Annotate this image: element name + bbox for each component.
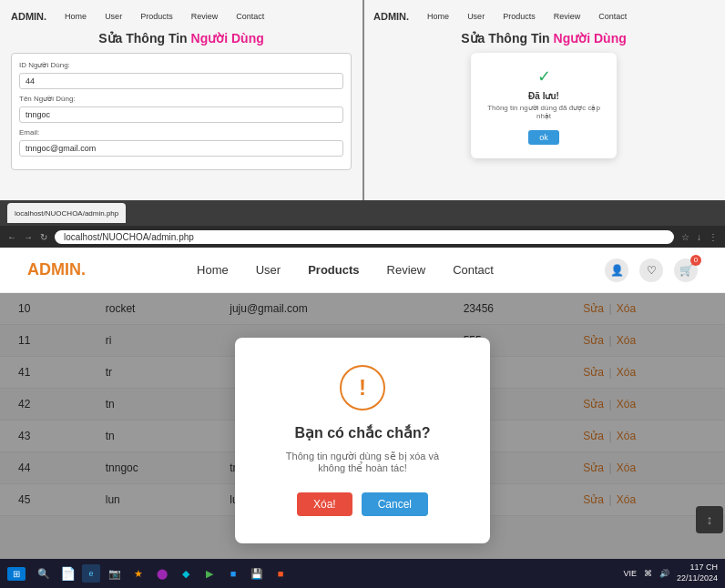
taskbar-wifi-icon: ⌘ (644, 569, 652, 578)
bg-left-id-input[interactable] (19, 73, 343, 89)
bg-left-email-group: Email: (19, 128, 343, 157)
cart-badge: 0 (690, 255, 701, 266)
taskbar-icon-5[interactable]: ⬤ (153, 564, 171, 583)
taskbar-icon-4[interactable]: ★ (129, 564, 148, 583)
bg-right-ok-button[interactable]: ok (528, 130, 559, 145)
warning-icon: ! (340, 365, 385, 411)
delete-modal-overlay: ! Bạn có chắc chắn? Thông tin người dùng… (0, 293, 725, 588)
bookmark-icon[interactable]: ☆ (681, 232, 689, 242)
tab-label: localhost/NUOCHOA/admin.php (15, 209, 118, 218)
bg-left-name-input[interactable] (19, 106, 343, 123)
bg-right-page-title: Sửa Thông Tin Người Dùng (373, 31, 714, 46)
navbar-icons: 👤 ♡ 🛒 0 (605, 259, 698, 282)
taskbar-volume-icon: 🔊 (659, 569, 669, 578)
bg-left-title-highlight: Người Dùng (191, 31, 264, 46)
browser-tab-active[interactable]: localhost/NUOCHOA/admin.php (7, 203, 126, 223)
bg-left-navbar: ADMIN. Home User Products Review Contact (11, 7, 352, 25)
bg-right-title-normal: Sửa Thông Tin (461, 31, 549, 46)
bg-right-saved-text: Đã lưu! (485, 91, 603, 101)
bg-left-brand: ADMIN. (11, 11, 46, 22)
modal-buttons: Xóa! Cancel (271, 492, 454, 516)
taskbar-date-value: 22/11/2024 (677, 573, 718, 584)
bg-right-nav-contact: Contact (598, 12, 627, 21)
taskbar-right: VIE ⌘ 🔊 117 CH 22/11/2024 (623, 563, 718, 583)
download-icon[interactable]: ↓ (697, 232, 701, 242)
bg-left-nav-products: Products (140, 12, 173, 21)
taskbar-icon-2[interactable]: e (82, 564, 100, 583)
wishlist-icon[interactable]: ♡ (639, 259, 663, 282)
bg-right-sub-text: Thông tin người dùng đã được cập nhật (485, 104, 603, 120)
nav-forward-icon[interactable]: → (24, 232, 33, 242)
nav-user[interactable]: User (256, 263, 281, 277)
bg-right-success-modal: ✓ Đã lưu! Thông tin người dùng đã được c… (471, 53, 617, 158)
cancel-button[interactable]: Cancel (362, 492, 428, 516)
taskbar-icon-9[interactable]: 💾 (248, 564, 266, 583)
bg-right-nav-home: Home (427, 12, 449, 21)
bg-right-check-icon: ✓ (485, 66, 603, 86)
main-brand: ADMIN. (27, 260, 86, 279)
taskbar-icon-8[interactable]: ■ (224, 564, 242, 583)
taskbar-icon-3[interactable]: 📷 (106, 564, 124, 583)
bg-divider (362, 0, 364, 200)
taskbar-datetime: 117 CH 22/11/2024 (677, 563, 718, 583)
nav-back-icon[interactable]: ← (7, 232, 16, 242)
main-content: 10 rocket juju@gmail.com 23456 Sửa | Xóa… (0, 293, 725, 588)
main-nav: Home User Products Review Contact (122, 263, 568, 277)
nav-contact[interactable]: Contact (453, 263, 494, 277)
start-button[interactable]: ⊞ (7, 567, 26, 581)
bg-left-nav-review: Review (191, 12, 219, 21)
bg-left-name-group: Tên Người Dùng: (19, 95, 343, 123)
taskbar: ⊞ 🔍 📄 e 📷 ★ ⬤ ◆ ▶ ■ 💾 ■ VIE ⌘ 🔊 117 CH 2… (0, 559, 725, 588)
bg-left-page-title: Sửa Thông Tin Người Dùng (11, 31, 352, 46)
bg-left-nav-user: User (105, 12, 122, 21)
user-icon[interactable]: 👤 (605, 259, 628, 282)
bg-left-name-label: Tên Người Dùng: (19, 95, 343, 103)
nav-products[interactable]: Products (308, 263, 359, 277)
bg-browser-right: ADMIN. Home User Products Review Contact… (362, 0, 725, 200)
bg-left-title-normal: Sửa Thông Tin (98, 31, 187, 46)
bg-left-email-label: Email: (19, 128, 343, 137)
taskbar-icon-10[interactable]: ■ (271, 564, 290, 583)
bg-left-nav-contact: Contact (236, 12, 264, 21)
browser-tabs-bar: localhost/NUOCHOA/admin.php (0, 200, 725, 226)
nav-review[interactable]: Review (387, 263, 426, 277)
menu-icon[interactable]: ⋮ (709, 232, 718, 242)
cart-icon[interactable]: 🛒 0 (674, 259, 698, 282)
bg-left-email-input[interactable] (19, 140, 343, 157)
bg-right-nav-user: User (467, 12, 485, 21)
bg-right-nav-review: Review (554, 12, 581, 21)
bg-right-navbar: ADMIN. Home User Products Review Contact (373, 7, 714, 25)
taskbar-icon-6[interactable]: ◆ (177, 564, 195, 583)
confirm-delete-button[interactable]: Xóa! (297, 492, 352, 516)
bg-browser-left: ADMIN. Home User Products Review Contact… (0, 0, 362, 200)
modal-message: Thông tin người dùng sẽ bị xóa và không … (271, 451, 454, 474)
main-browser: localhost/NUOCHOA/admin.php ← → ↻ localh… (0, 200, 725, 588)
search-taskbar-icon[interactable]: 🔍 (35, 564, 53, 583)
taskbar-icon-7[interactable]: ▶ (200, 564, 219, 583)
taskbar-language: VIE (623, 569, 637, 578)
bg-left-id-group: ID Người Dùng: (19, 61, 343, 89)
bg-right-brand: ADMIN. (373, 11, 409, 22)
bg-right-title-highlight: Người Dùng (554, 31, 627, 46)
taskbar-icon-1[interactable]: 📄 (58, 564, 77, 583)
nav-refresh-icon[interactable]: ↻ (40, 232, 47, 242)
browser-addressbar: ← → ↻ localhost/NUOCHOA/admin.php ☆ ↓ ⋮ (0, 226, 725, 248)
bg-left-nav-home: Home (65, 12, 87, 21)
delete-modal: ! Bạn có chắc chắn? Thông tin người dùng… (235, 338, 490, 543)
brand-text: ADMIN. (27, 260, 86, 279)
address-bar-input[interactable]: localhost/NUOCHOA/admin.php (55, 230, 674, 244)
taskbar-time-value: 117 CH (677, 563, 718, 573)
nav-home[interactable]: Home (197, 263, 229, 277)
bg-left-id-label: ID Người Dùng: (19, 61, 343, 69)
modal-title: Bạn có chắc chắn? (271, 424, 454, 441)
bg-right-nav-products: Products (503, 12, 536, 21)
main-navbar: ADMIN. Home User Products Review Contact… (0, 248, 725, 293)
